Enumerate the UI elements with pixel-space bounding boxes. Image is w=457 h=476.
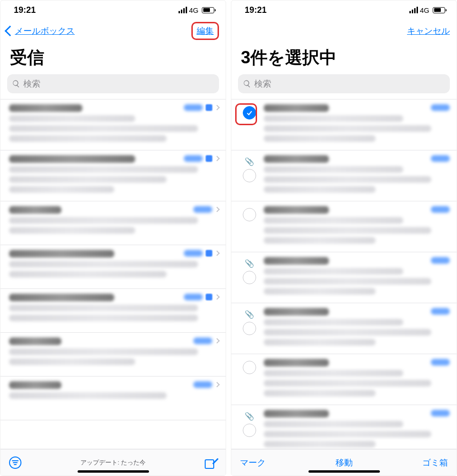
chevron-right-icon bbox=[214, 207, 219, 212]
nav-bar: メールボックス 編集 bbox=[0, 20, 226, 42]
select-checkbox[interactable] bbox=[243, 169, 256, 182]
search-input[interactable]: 検索 bbox=[7, 74, 219, 93]
select-checkbox[interactable] bbox=[243, 271, 256, 284]
mail-row[interactable] bbox=[0, 245, 226, 289]
cancel-button[interactable]: キャンセル bbox=[407, 25, 450, 37]
mail-row[interactable]: 📎 bbox=[231, 303, 457, 354]
mark-button[interactable]: マーク bbox=[240, 457, 266, 468]
status-bar: 19:21 4G bbox=[0, 0, 226, 20]
search-placeholder: 検索 bbox=[254, 78, 271, 89]
search-icon bbox=[12, 79, 20, 88]
mail-list-edit[interactable]: 📎📎📎📎 bbox=[231, 99, 457, 449]
battery-icon bbox=[433, 7, 445, 13]
edit-highlight: 編集 bbox=[191, 22, 219, 40]
signal-icon bbox=[179, 7, 187, 13]
trash-button[interactable]: ゴミ箱 bbox=[422, 457, 448, 468]
search-placeholder: 検索 bbox=[23, 78, 40, 89]
chevron-right-icon bbox=[214, 382, 219, 387]
mail-list[interactable] bbox=[0, 99, 226, 449]
chevron-right-icon bbox=[214, 156, 219, 161]
select-checkbox[interactable] bbox=[243, 424, 256, 437]
chevron-right-icon bbox=[214, 105, 219, 110]
chevron-right-icon bbox=[214, 250, 219, 256]
filter-button[interactable] bbox=[9, 456, 21, 469]
signal-icon bbox=[409, 7, 418, 13]
mail-row[interactable] bbox=[0, 150, 226, 201]
search-container: 検索 bbox=[231, 74, 457, 99]
mail-row[interactable] bbox=[0, 333, 226, 377]
search-input[interactable]: 検索 bbox=[238, 74, 450, 93]
status-time: 19:21 bbox=[245, 5, 267, 15]
search-container: 検索 bbox=[0, 74, 226, 99]
select-checkbox[interactable] bbox=[243, 208, 256, 221]
nav-bar: キャンセル bbox=[231, 20, 457, 42]
mail-row[interactable] bbox=[0, 99, 226, 150]
attachment-icon: 📎 bbox=[245, 412, 254, 421]
mail-row[interactable] bbox=[0, 377, 226, 420]
back-button[interactable]: メールボックス bbox=[3, 25, 75, 37]
mail-row[interactable] bbox=[0, 201, 226, 245]
page-title: 受信 bbox=[0, 42, 226, 74]
home-indicator bbox=[308, 470, 380, 473]
mail-row[interactable] bbox=[0, 289, 226, 333]
select-checkbox[interactable] bbox=[243, 361, 256, 374]
select-checkbox[interactable] bbox=[243, 106, 256, 119]
status-time: 19:21 bbox=[14, 5, 36, 15]
select-checkbox[interactable] bbox=[243, 322, 256, 335]
search-icon bbox=[243, 79, 251, 88]
network-label: 4G bbox=[189, 6, 199, 14]
home-indicator bbox=[78, 470, 149, 473]
mail-row[interactable]: 📎 bbox=[231, 150, 457, 201]
attachment-icon: 📎 bbox=[245, 157, 254, 166]
edit-button[interactable]: 編集 bbox=[197, 26, 214, 36]
chevron-left-icon bbox=[5, 26, 16, 37]
status-bar: 19:21 4G bbox=[231, 0, 457, 20]
mail-row[interactable]: 📎 bbox=[231, 405, 457, 449]
mail-row[interactable] bbox=[231, 201, 457, 252]
chevron-right-icon bbox=[214, 294, 219, 299]
mail-row[interactable] bbox=[231, 354, 457, 405]
phone-left: 19:21 4G メールボックス 編集 受信 検索 bbox=[0, 0, 226, 476]
update-status: アップデート: たった今 bbox=[80, 458, 146, 467]
network-label: 4G bbox=[420, 6, 429, 14]
battery-icon bbox=[202, 7, 214, 13]
chevron-right-icon bbox=[214, 338, 219, 343]
back-label: メールボックス bbox=[15, 25, 75, 37]
attachment-icon: 📎 bbox=[245, 259, 254, 268]
page-title: 3件を選択中 bbox=[231, 42, 457, 74]
attachment-icon: 📎 bbox=[245, 310, 254, 319]
mail-row[interactable] bbox=[231, 99, 457, 150]
status-right: 4G bbox=[409, 6, 445, 14]
mail-row[interactable]: 📎 bbox=[231, 252, 457, 303]
compose-button[interactable] bbox=[205, 456, 217, 469]
status-right: 4G bbox=[179, 6, 214, 14]
move-button[interactable]: 移動 bbox=[336, 457, 353, 468]
phone-right: 19:21 4G キャンセル 3件を選択中 検索 📎📎📎📎 マーク 移動 ゴミ箱 bbox=[231, 0, 457, 476]
